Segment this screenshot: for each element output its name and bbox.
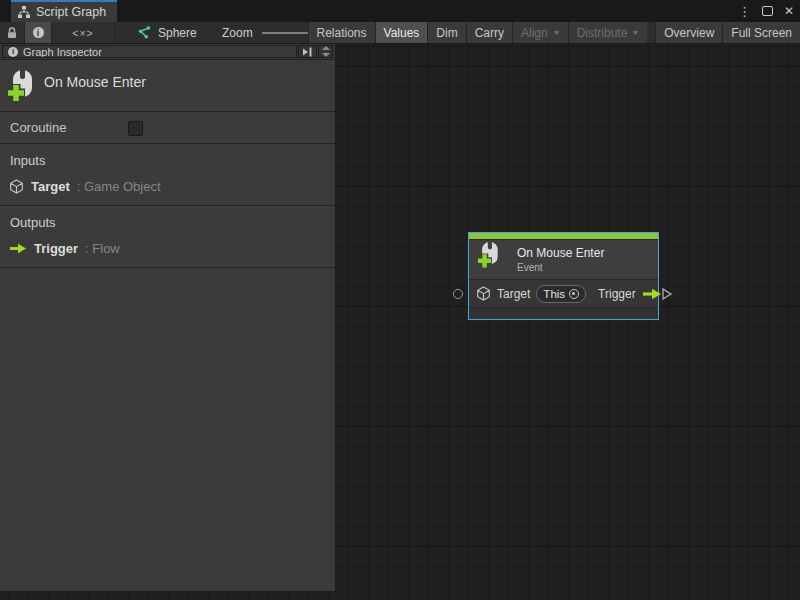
machine-name-label: Sphere (158, 26, 197, 40)
dim-button[interactable]: Dim (427, 22, 465, 43)
output-row-trigger: Trigger : Flow (0, 241, 335, 256)
toolbar-left-group: i <×> (0, 22, 115, 43)
scroll-stepper[interactable] (318, 45, 333, 58)
inspector-header: i Graph Inspector (0, 44, 335, 60)
graph-hierarchy-icon (17, 5, 31, 19)
mouse-event-icon (8, 70, 36, 106)
chevron-down-icon: ▼ (631, 29, 640, 36)
coroutine-checkbox[interactable] (128, 121, 143, 136)
view-buttons-group: Relations Values Dim Carry Align ▼ Distr… (308, 22, 800, 43)
graph-inspector-panel: i Graph Inspector (0, 44, 336, 592)
values-button[interactable]: Values (375, 22, 428, 43)
carry-button[interactable]: Carry (466, 22, 512, 43)
tab-label: Script Graph (36, 5, 106, 19)
inspector-toggle-button[interactable]: i (25, 22, 52, 43)
unit-title: On Mouse Enter (44, 74, 146, 90)
relations-button[interactable]: Relations (308, 22, 375, 43)
graph-toolbar: i <×> Sphere Zoom 1x (0, 22, 800, 44)
inspector-title-field: i Graph Inspector (2, 45, 297, 58)
output-type: : Flow (85, 241, 120, 256)
output-name: Trigger (34, 241, 78, 256)
coroutine-label: Coroutine (10, 120, 66, 135)
on-mouse-enter-node[interactable]: On Mouse Enter Event Target This Trigger (468, 232, 659, 320)
tab-script-graph[interactable]: Script Graph (11, 0, 117, 22)
chevron-down-icon: ▼ (552, 29, 561, 36)
overview-button[interactable]: Overview (655, 22, 722, 43)
node-subtitle: Event (517, 262, 604, 273)
script-machine-icon (137, 26, 151, 39)
machine-breadcrumb[interactable]: Sphere (137, 22, 197, 43)
toolbar-group-gap (647, 22, 655, 43)
code-brackets-icon: <×> (72, 27, 93, 39)
object-picker-icon[interactable] (569, 289, 579, 299)
info-icon: i (33, 27, 44, 38)
script-graph-window: Script Graph ⋮ ✕ i <×> (0, 0, 800, 600)
input-type: : Game Object (77, 179, 161, 194)
collapse-panel-button[interactable] (298, 45, 317, 58)
flow-arrow-icon (642, 288, 662, 300)
node-header: On Mouse Enter Event (469, 239, 658, 279)
kebab-menu-icon[interactable]: ⋮ (738, 4, 751, 19)
input-name: Target (31, 179, 70, 194)
fullscreen-button[interactable]: Full Screen (722, 22, 800, 43)
coroutine-row: Coroutine (0, 112, 335, 144)
input-row-target: Target : Game Object (0, 179, 335, 194)
inputs-header: Inputs (0, 153, 335, 168)
cube-icon (476, 286, 491, 301)
trigger-port-label: Trigger (598, 287, 636, 301)
outputs-section: Outputs Trigger : Flow (0, 206, 335, 268)
maximize-icon[interactable] (762, 6, 773, 16)
this-chip-label: This (543, 288, 565, 300)
node-ports-row: Target This Trigger (469, 279, 658, 307)
node-title: On Mouse Enter (517, 246, 604, 260)
lock-button[interactable] (0, 22, 25, 43)
tab-bar: Script Graph ⋮ ✕ (0, 0, 800, 22)
node-footer (469, 307, 658, 319)
node-output-port[interactable] (661, 287, 673, 301)
inputs-section: Inputs Target : Game Object (0, 144, 335, 206)
unit-title-section: On Mouse Enter (0, 60, 335, 112)
distribute-dropdown-button: Distribute ▼ (568, 22, 648, 43)
lock-icon (5, 26, 19, 40)
cube-icon (9, 179, 24, 194)
flow-arrow-icon (9, 243, 27, 254)
window-controls: ⋮ ✕ (738, 0, 794, 22)
outputs-header: Outputs (0, 215, 335, 230)
zoom-label: Zoom (222, 26, 253, 40)
mouse-event-icon (478, 242, 501, 272)
stepper-up-icon[interactable] (322, 46, 330, 50)
node-titles: On Mouse Enter Event (517, 246, 604, 273)
align-dropdown-button: Align ▼ (512, 22, 568, 43)
inspector-title: Graph Inspector (23, 46, 102, 58)
stepper-down-icon[interactable] (322, 53, 330, 57)
collapse-right-icon (302, 46, 313, 58)
info-icon: i (8, 47, 18, 57)
node-input-port[interactable] (453, 289, 463, 299)
close-icon[interactable]: ✕ (784, 4, 794, 18)
inspector-empty-area (0, 268, 335, 591)
code-view-button[interactable]: <×> (52, 22, 115, 43)
target-port-label: Target (497, 287, 530, 301)
this-value-chip[interactable]: This (536, 285, 586, 303)
